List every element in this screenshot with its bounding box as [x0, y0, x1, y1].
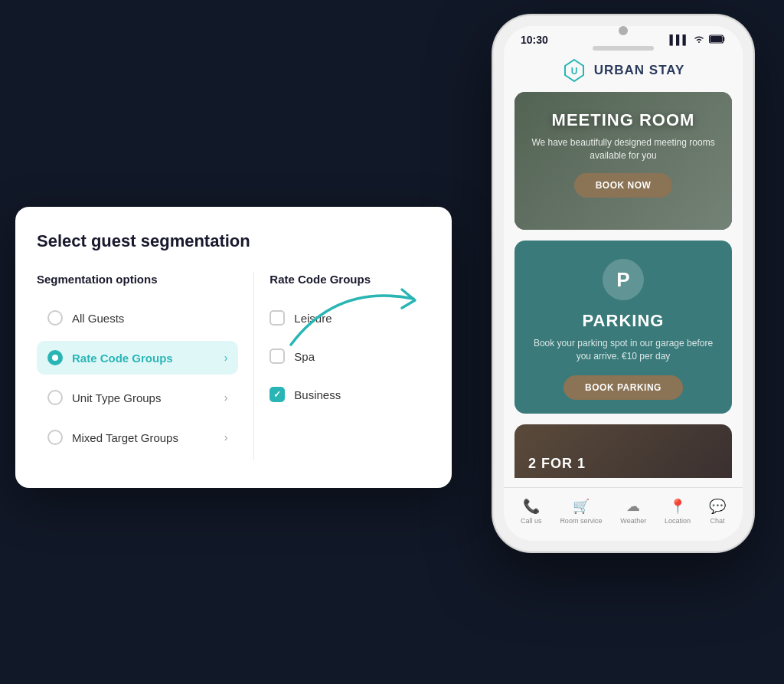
card-meeting-room: MEETING ROOM We have beautifully designe…	[514, 92, 732, 230]
phone-outer-shell: 10:30 ▌▌▌	[493, 15, 753, 551]
book-now-button[interactable]: BOOK NOW	[574, 173, 673, 198]
parking-icon-circle: P	[603, 259, 644, 300]
app-logo-icon: U	[562, 58, 586, 83]
card-parking: P PARKING Book your parking spot in our …	[514, 241, 732, 414]
call-icon: 📞	[523, 498, 540, 515]
two-for-one-title: 2 FOR 1	[528, 456, 586, 472]
option-unit-type-groups[interactable]: Unit Type Groups ›	[37, 381, 238, 414]
app-name: URBAN STAY	[594, 63, 685, 78]
check-leisure	[270, 310, 285, 326]
check-business	[270, 387, 285, 402]
svg-rect-1	[710, 36, 723, 42]
bottom-nav: 📞 Call us 🛒 Room service ☁ Weather 📍 Loc…	[504, 487, 743, 541]
top-notch	[593, 46, 654, 51]
meeting-room-title: MEETING ROOM	[528, 110, 718, 130]
notch-bar	[504, 46, 743, 51]
option-rate-code-groups[interactable]: Rate Code Groups ›	[37, 341, 238, 375]
segmentation-panel: Select guest segmentation Segmentation o…	[15, 207, 452, 488]
nav-weather-label: Weather	[620, 517, 646, 525]
wifi-icon	[693, 34, 705, 46]
nav-call[interactable]: 📞 Call us	[521, 498, 542, 525]
radio-mixed-target-groups	[47, 430, 63, 445]
chevron-rate-code: ›	[224, 352, 228, 364]
signal-icon: ▌▌▌	[669, 34, 689, 45]
phone-mockup: 10:30 ▌▌▌	[493, 15, 753, 551]
parking-title: PARKING	[528, 311, 718, 331]
label-leisure: Leisure	[294, 312, 332, 325]
nav-call-label: Call us	[521, 517, 542, 525]
label-mixed-target-groups: Mixed Target Groups	[72, 431, 215, 444]
label-unit-type-groups: Unit Type Groups	[72, 391, 215, 404]
nav-location[interactable]: 📍 Location	[665, 498, 691, 525]
label-all-guests: All Guests	[72, 312, 227, 325]
meeting-room-subtitle: We have beautifully designed meeting roo…	[528, 136, 718, 162]
card-two-for-one-preview: 2 FOR 1	[514, 424, 732, 478]
nav-chat[interactable]: 💬 Chat	[709, 498, 726, 525]
nav-location-label: Location	[665, 517, 691, 525]
chevron-mixed-target: ›	[224, 431, 228, 443]
checkbox-spa[interactable]: Spa	[270, 339, 430, 373]
app-header: U URBAN STAY	[504, 52, 743, 92]
room-service-icon: 🛒	[573, 498, 590, 515]
seg-options-heading: Segmentation options	[37, 273, 238, 286]
battery-icon	[709, 34, 726, 46]
radio-unit-type-groups	[47, 390, 63, 405]
status-icons: ▌▌▌	[669, 34, 726, 46]
parking-subtitle: Book your parking spot in our garage bef…	[528, 337, 718, 363]
rate-code-heading: Rate Code Groups	[270, 273, 430, 286]
segmentation-options-col: Segmentation options All Guests Rate Cod…	[37, 273, 253, 460]
status-time: 10:30	[521, 34, 548, 46]
checkbox-business[interactable]: Business	[270, 378, 430, 411]
panel-title: Select guest segmentation	[37, 231, 430, 251]
meeting-room-content: MEETING ROOM We have beautifully designe…	[514, 92, 732, 210]
location-icon: 📍	[669, 498, 686, 515]
phone-screen: 10:30 ▌▌▌	[504, 26, 743, 541]
nav-room-service[interactable]: 🛒 Room service	[560, 498, 602, 525]
chevron-unit-type: ›	[224, 391, 228, 404]
check-spa	[270, 349, 285, 364]
label-business: Business	[294, 388, 341, 401]
svg-text:U: U	[570, 66, 577, 77]
book-parking-button[interactable]: BOOK PARKING	[564, 375, 683, 400]
checkbox-leisure[interactable]: Leisure	[270, 301, 430, 335]
rate-code-groups-col: Rate Code Groups Leisure Spa Business	[253, 273, 430, 460]
nav-room-service-label: Room service	[560, 517, 602, 525]
radio-rate-code-groups	[47, 350, 63, 365]
parking-p-icon: P	[616, 268, 629, 292]
label-rate-code-groups: Rate Code Groups	[72, 352, 215, 365]
weather-icon: ☁	[626, 498, 640, 515]
label-spa: Spa	[294, 350, 315, 363]
nav-chat-label: Chat	[710, 517, 724, 525]
phone-camera	[619, 26, 628, 35]
chat-icon: 💬	[709, 498, 726, 515]
radio-all-guests	[47, 310, 63, 326]
nav-weather[interactable]: ☁ Weather	[620, 498, 646, 525]
option-mixed-target-groups[interactable]: Mixed Target Groups ›	[37, 421, 238, 454]
option-all-guests[interactable]: All Guests	[37, 301, 238, 335]
